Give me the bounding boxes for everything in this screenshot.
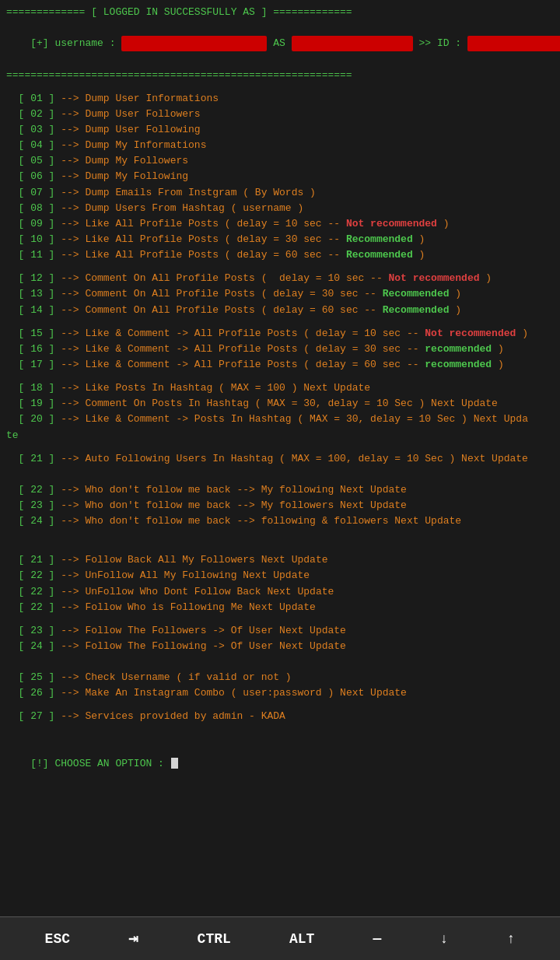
menu-item-23a: [ 23 ] --> Who don't follow me back --> …: [6, 498, 554, 513]
menu-item-03: [ 03 ] --> Dump User Following: [6, 122, 554, 138]
menu-item-26: [ 26 ] --> Make An Instagram Combo ( use…: [6, 685, 554, 701]
menu-item-16: [ 16 ] --> Like & Comment -> All Profile…: [6, 342, 554, 357]
menu-item-01: [ 01 ] --> Dump User Informations: [6, 91, 554, 107]
menu-item-te: te: [6, 428, 554, 443]
menu-item-14: [ 14 ] --> Comment On All Profile Posts …: [6, 303, 554, 318]
menu-item-27: [ 27 ] --> Services provided by admin - …: [6, 709, 554, 724]
key-tab[interactable]: ⇥: [128, 928, 138, 949]
menu-item-22c: [ 22 ] --> UnFollow Who Dont Follow Back…: [6, 584, 554, 600]
menu-item-11: [ 11 ] --> Like All Profile Posts ( dela…: [6, 247, 554, 263]
key-ctrl[interactable]: CTRL: [198, 931, 231, 947]
prompt-line[interactable]: [!] CHOOSE AN OPTION :: [6, 740, 554, 787]
menu-item-21a: [ 21 ] --> Auto Following Users In Hasht…: [6, 451, 554, 467]
menu-item-21b: [ 21 ] --> Follow Back All My Followers …: [6, 552, 554, 568]
menu-item-23b: [ 23 ] --> Follow The Followers -> Of Us…: [6, 623, 554, 639]
menu-item-04: [ 04 ] --> Dump My Informations: [6, 138, 554, 153]
key-down[interactable]: ↓: [440, 931, 449, 947]
header-line2: [+] username : AS >> ID :: [6, 20, 554, 67]
menu-item-19: [ 19 ] --> Comment On Posts In Hashtag (…: [6, 396, 554, 412]
menu-item-08: [ 08 ] --> Dump Users From Hashtag ( use…: [6, 201, 554, 216]
header-line3: ========================================…: [6, 68, 554, 83]
menu-item-20: [ 20 ] --> Like & Comment -> Posts In Ha…: [6, 412, 554, 427]
menu-item-07: [ 07 ] --> Dump Emails From Instgram ( B…: [6, 185, 554, 201]
menu-item-09: [ 09 ] --> Like All Profile Posts ( dela…: [6, 216, 554, 232]
menu-item-25: [ 25 ] --> Check Username ( if valid or …: [6, 670, 554, 685]
menu-item-22b: [ 22 ] --> UnFollow All My Following Nex…: [6, 568, 554, 583]
displayname-redacted: [292, 36, 413, 51]
terminal: ============= [ LOGGED IN SUCCESSFULLY A…: [0, 0, 560, 916]
username-redacted: [121, 36, 267, 51]
bottom-bar: ESC ⇥ CTRL ALT — ↓ ↑: [0, 916, 560, 960]
menu-item-13: [ 13 ] --> Comment On All Profile Posts …: [6, 286, 554, 302]
key-esc[interactable]: ESC: [45, 931, 70, 947]
menu-item-12: [ 12 ] --> Comment On All Profile Posts …: [6, 271, 554, 286]
menu-item-05: [ 05 ] --> Dump My Followers: [6, 153, 554, 169]
menu-item-06: [ 06 ] --> Dump My Following: [6, 169, 554, 184]
menu-item-22a: [ 22 ] --> Who don't follow me back --> …: [6, 482, 554, 498]
cursor: [171, 758, 178, 769]
menu-item-02: [ 02 ] --> Dump User Followers: [6, 107, 554, 122]
menu-item-24b: [ 24 ] --> Follow The Following -> Of Us…: [6, 639, 554, 654]
menu-item-10: [ 10 ] --> Like All Profile Posts ( dela…: [6, 232, 554, 247]
id-redacted: [467, 36, 560, 51]
menu-item-22d: [ 22 ] --> Follow Who is Following Me Ne…: [6, 600, 554, 615]
key-up[interactable]: ↑: [507, 931, 516, 947]
menu-item-15: [ 15 ] --> Like & Comment -> All Profile…: [6, 326, 554, 342]
key-alt[interactable]: ALT: [289, 931, 314, 947]
menu-item-17: [ 17 ] --> Like & Comment -> All Profile…: [6, 357, 554, 373]
menu-item-24a: [ 24 ] --> Who don't follow me back --> …: [6, 513, 554, 529]
header-line1: ============= [ LOGGED IN SUCCESSFULLY A…: [6, 5, 554, 20]
key-dash[interactable]: —: [373, 931, 382, 947]
menu-item-18: [ 18 ] --> Like Posts In Hashtag ( MAX =…: [6, 380, 554, 396]
